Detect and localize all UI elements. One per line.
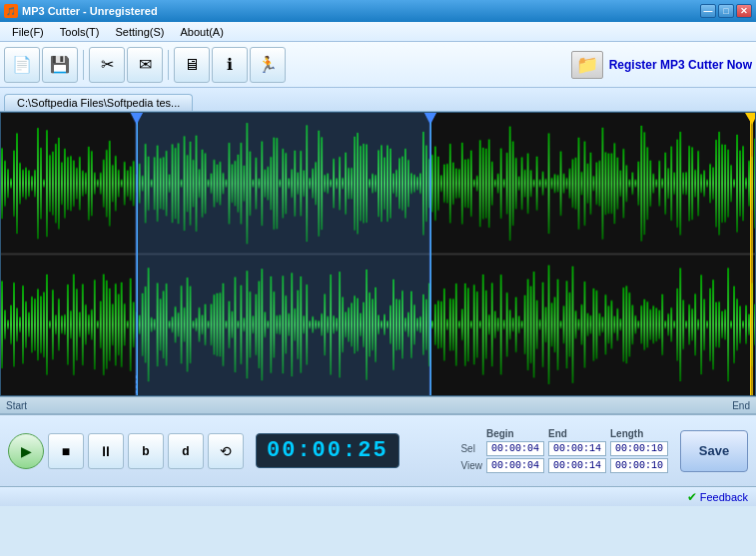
- marker-start-arrow: [131, 113, 143, 123]
- row-view-label: View: [460, 460, 482, 471]
- loop-button[interactable]: ⟲: [208, 433, 244, 469]
- toolbar-separator-2: [168, 50, 169, 80]
- close-button[interactable]: ✕: [736, 4, 752, 18]
- view-begin-value: 00:00:04: [486, 458, 544, 473]
- email-button[interactable]: ✉: [127, 47, 163, 83]
- file-tab[interactable]: C:\Softpedia Files\Softpedia tes...: [4, 94, 193, 111]
- maximize-button[interactable]: □: [718, 4, 734, 18]
- sel-end-value[interactable]: 00:00:14: [548, 441, 606, 456]
- menu-tools[interactable]: Tools(T): [52, 24, 108, 40]
- waveform-container[interactable]: // Generate waveform paths procedurally: [0, 112, 756, 396]
- register-link[interactable]: Register MP3 Cutter Now: [609, 58, 752, 72]
- marker-start-line[interactable]: [137, 113, 138, 395]
- status-bar: ✔ Feedback: [0, 486, 756, 506]
- toolbar-separator-1: [83, 50, 84, 80]
- window-title: MP3 Cutter - Unregistered: [22, 5, 158, 17]
- controls-area: ▶ ■ ⏸ b d ⟲ 00:00:25 Begin End Length Se…: [0, 414, 756, 486]
- save-button[interactable]: Save: [680, 430, 748, 472]
- marker-end-line[interactable]: [430, 113, 431, 395]
- marker-right-line[interactable]: [750, 113, 751, 395]
- title-bar: 🎵 MP3 Cutter - Unregistered — □ ✕: [0, 0, 756, 22]
- ruler-start: Start: [6, 400, 27, 411]
- view-end-value: 00:00:14: [548, 458, 606, 473]
- marker-right-arrow: [745, 113, 756, 123]
- cut-button[interactable]: ✂: [89, 47, 125, 83]
- col-end-label: End: [548, 428, 606, 439]
- tab-bar: C:\Softpedia Files\Softpedia tes...: [0, 88, 756, 112]
- register-area: 📁 Register MP3 Cutter Now: [571, 51, 752, 79]
- menu-setting[interactable]: Setting(S): [108, 24, 173, 40]
- menu-bar: File(F) Tools(T) Setting(S) About(A): [0, 22, 756, 42]
- selection-overlay: [137, 113, 430, 395]
- col-begin-label: Begin: [486, 428, 544, 439]
- info-panel: Begin End Length Sel 00:00:04 00:00:14 0…: [460, 428, 668, 473]
- stop-button[interactable]: ■: [48, 433, 84, 469]
- play-button[interactable]: ▶: [8, 433, 44, 469]
- sel-begin-value[interactable]: 00:00:04: [486, 441, 544, 456]
- mark-out-button[interactable]: d: [168, 433, 204, 469]
- row-sel-label: Sel: [460, 443, 482, 454]
- screen-button[interactable]: 🖥: [174, 47, 210, 83]
- sel-length-value: 00:00:10: [610, 441, 668, 456]
- user-button[interactable]: 🏃: [250, 47, 286, 83]
- waveform-ruler: Start End: [0, 396, 756, 414]
- feedback-text: Feedback: [700, 491, 748, 503]
- menu-about[interactable]: About(A): [172, 24, 231, 40]
- new-button[interactable]: 📄: [4, 47, 40, 83]
- info-button[interactable]: ℹ: [212, 47, 248, 83]
- view-length-value: 00:00:10: [610, 458, 668, 473]
- ruler-end: End: [732, 400, 750, 411]
- marker-end-arrow: [424, 113, 436, 123]
- toolbar: 📄 💾 ✂ ✉ 🖥 ℹ 🏃 📁 Register MP3 Cutter Now: [0, 42, 756, 88]
- mark-in-button[interactable]: b: [128, 433, 164, 469]
- feedback-link[interactable]: ✔ Feedback: [687, 490, 748, 504]
- time-display: 00:00:25: [256, 433, 399, 468]
- pause-button[interactable]: ⏸: [88, 433, 124, 469]
- col-length-label: Length: [610, 428, 668, 439]
- feedback-icon: ✔: [687, 490, 697, 504]
- app-icon: 🎵: [4, 4, 18, 18]
- menu-file[interactable]: File(F): [4, 24, 52, 40]
- save-file-button[interactable]: 💾: [42, 47, 78, 83]
- minimize-button[interactable]: —: [700, 4, 716, 18]
- register-icon: 📁: [571, 51, 603, 79]
